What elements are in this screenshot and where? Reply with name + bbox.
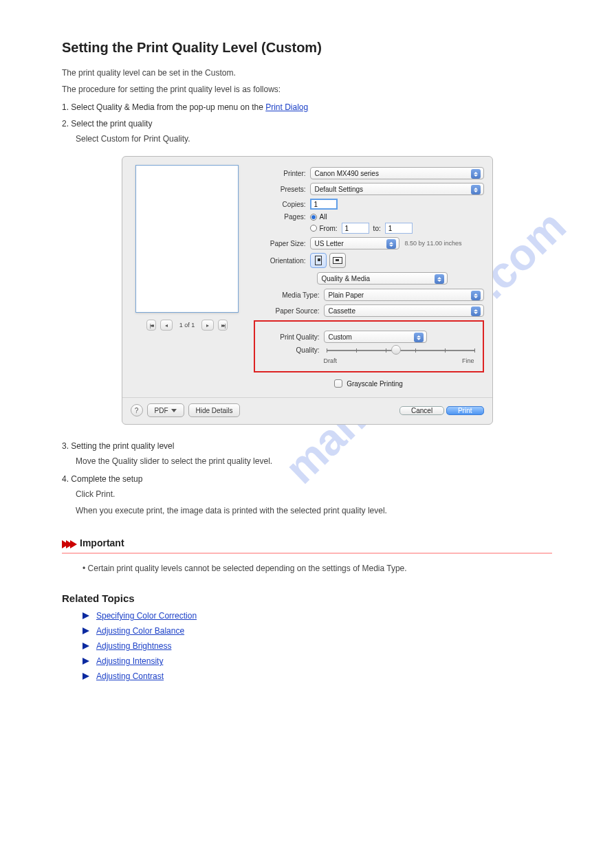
media-type-select[interactable]: Plain Paper: [324, 289, 484, 301]
arrow-icon: [83, 658, 89, 665]
first-page-button[interactable]: |◂◂: [146, 320, 156, 331]
orientation-label: Orientation:: [254, 257, 310, 265]
important-heading: Important: [62, 537, 552, 548]
paper-source-label: Paper Source:: [254, 307, 324, 315]
pages-to-input[interactable]: [385, 223, 413, 234]
prev-page-button[interactable]: ◂: [160, 320, 173, 331]
pdf-menu-button[interactable]: PDF: [147, 403, 184, 417]
dialog-divider: [122, 397, 492, 398]
print-quality-label: Print Quality:: [261, 333, 324, 341]
pages-range-radio[interactable]: [310, 225, 317, 232]
step-subtext: Select Custom for Print Quality.: [76, 133, 552, 145]
quality-max: Fine: [462, 357, 474, 364]
related-link[interactable]: Adjusting Brightness: [96, 641, 171, 651]
print-quality-select[interactable]: Custom: [324, 331, 427, 343]
print-dialog: |◂◂ ◂ 1 of 1 ▸ ▸▸| Printer: Canon MX490 …: [122, 156, 493, 425]
next-page-button[interactable]: ▸: [201, 320, 214, 331]
quality-highlight-box: Print Quality: Custom Quality:: [254, 320, 484, 372]
hide-details-button[interactable]: Hide Details: [188, 403, 241, 417]
step-text: Select Quality & Media from the pop-up m…: [71, 102, 265, 112]
presets-select[interactable]: Default Settings: [310, 183, 484, 195]
important-label: Important: [80, 537, 124, 548]
step-number: 3.: [62, 441, 69, 451]
grayscale-label: Grayscale Printing: [347, 380, 403, 388]
caret-icon: [435, 274, 444, 284]
step-text: Setting the print quality level: [71, 441, 174, 451]
preview-page: [135, 165, 239, 313]
page-indicator: 1 of 1: [177, 322, 198, 329]
cancel-button[interactable]: Cancel: [399, 406, 444, 415]
dropdown-icon: [171, 409, 177, 412]
page-title: Setting the Print Quality Level (Custom): [62, 40, 552, 56]
caret-icon: [471, 291, 481, 300]
step-subtext: Move the Quality slider to select the pr…: [76, 455, 552, 467]
step-text: Complete the setup: [71, 474, 142, 484]
caret-icon: [386, 239, 396, 249]
pages-label: Pages:: [254, 213, 310, 221]
step-number: 4.: [62, 474, 69, 484]
step-subtext: Click Print.: [76, 488, 552, 500]
help-button[interactable]: ?: [131, 404, 143, 416]
presets-label: Presets:: [254, 186, 310, 193]
arrow-icon: [83, 643, 89, 649]
intro-text: The print quality level can be set in th…: [62, 67, 552, 79]
quality-min: Draft: [324, 357, 338, 364]
step-number: 2.: [62, 119, 69, 129]
quality-slider[interactable]: [327, 347, 474, 354]
print-button[interactable]: Print: [446, 406, 484, 415]
landscape-button[interactable]: [329, 253, 346, 268]
last-page-button[interactable]: ▸▸|: [218, 320, 228, 331]
pages-from-label: From:: [320, 225, 338, 232]
related-link[interactable]: Adjusting Contrast: [96, 671, 164, 681]
section-popup[interactable]: Quality & Media: [317, 272, 448, 285]
paper-size-label: Paper Size:: [254, 240, 310, 247]
step-subtext: When you execute print, the image data i…: [76, 504, 552, 517]
grayscale-checkbox[interactable]: [334, 379, 342, 388]
step-text: Select the print quality: [71, 119, 152, 129]
caret-icon: [471, 169, 481, 179]
arrow-icon: [83, 612, 89, 619]
copies-label: Copies:: [254, 201, 310, 208]
pages-from-input[interactable]: [342, 223, 369, 234]
copies-input[interactable]: [310, 199, 338, 210]
related-link[interactable]: Specifying Color Correction: [96, 611, 197, 621]
portrait-icon: [315, 256, 322, 265]
step-number: 1.: [62, 102, 69, 112]
portrait-button[interactable]: [310, 253, 327, 268]
pages-to-label: to:: [373, 225, 381, 232]
printer-label: Printer:: [254, 170, 310, 177]
caret-icon: [471, 307, 481, 316]
pages-all-radio[interactable]: [310, 214, 317, 221]
media-type-label: Media Type:: [254, 291, 324, 299]
arrow-icon: [83, 673, 89, 680]
printer-select[interactable]: Canon MX490 series: [310, 167, 484, 179]
important-divider: [62, 553, 552, 554]
caret-icon: [414, 333, 424, 342]
preview-nav: |◂◂ ◂ 1 of 1 ▸ ▸▸|: [146, 320, 228, 331]
paper-size-select[interactable]: US Letter: [310, 237, 399, 249]
proc-title: The procedure for setting the print qual…: [62, 83, 552, 96]
pages-all-text: All: [320, 213, 327, 221]
related-link[interactable]: Adjusting Color Balance: [96, 626, 184, 636]
paper-source-select[interactable]: Cassette: [324, 304, 484, 317]
arrow-icon: [83, 627, 89, 634]
related-link[interactable]: Adjusting Intensity: [96, 656, 163, 666]
print-dialog-link[interactable]: Print Dialog: [265, 102, 308, 112]
slider-thumb[interactable]: [391, 345, 401, 355]
paper-size-note: 8.50 by 11.00 inches: [405, 240, 462, 247]
related-title: Related Topics: [62, 592, 552, 604]
quality-label: Quality:: [261, 346, 324, 354]
caret-icon: [471, 185, 481, 194]
landscape-icon: [333, 257, 342, 264]
preview-column: |◂◂ ◂ 1 of 1 ▸ ▸▸|: [131, 164, 244, 390]
important-text: Certain print quality levels cannot be s…: [88, 564, 407, 573]
